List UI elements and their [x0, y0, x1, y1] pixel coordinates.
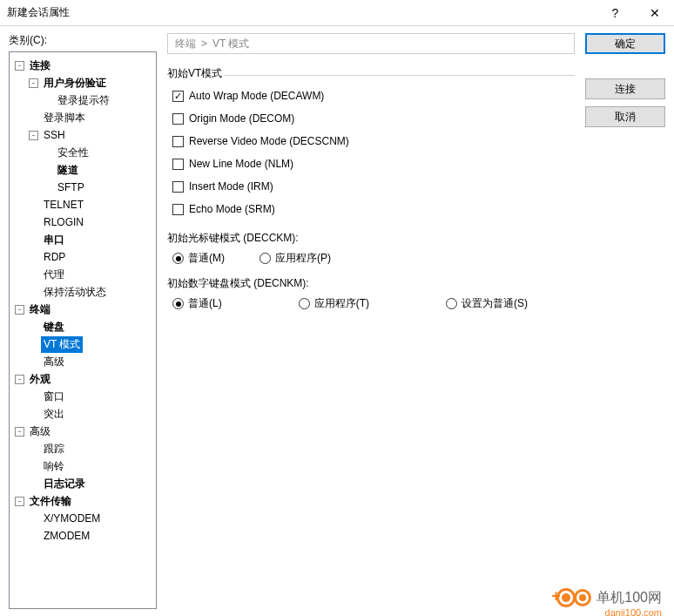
tree-item[interactable]: -用户身份验证	[11, 74, 154, 91]
tree-item-label[interactable]: 连接	[27, 58, 53, 74]
checkbox-row[interactable]: Auto Wrap Mode (DECAWM)	[167, 85, 575, 107]
tree-item-label[interactable]: 登录脚本	[41, 110, 88, 126]
collapse-icon[interactable]: -	[29, 131, 38, 140]
radio-option[interactable]: 设置为普通(S)	[446, 296, 528, 311]
tree-item[interactable]: -SSH	[11, 126, 154, 144]
tree-item-label[interactable]: 响铃	[41, 458, 67, 475]
tree-item[interactable]: -键盘	[11, 318, 154, 335]
tree-item-label[interactable]: 登录提示符	[55, 92, 112, 109]
tree-item[interactable]: -串口	[11, 231, 154, 248]
checkbox-row[interactable]: Origin Mode (DECOM)	[167, 107, 575, 130]
tree-item-label[interactable]: 文件传输	[27, 493, 74, 510]
tree-item[interactable]: -X/YMODEM	[11, 510, 154, 527]
tree-item[interactable]: -隧道	[11, 161, 154, 179]
tree-item[interactable]: -VT 模式	[11, 335, 154, 353]
tree-item[interactable]: -登录提示符	[11, 91, 154, 109]
tree-item-label[interactable]: 高级	[27, 423, 53, 440]
titlebar: 新建会话属性 ? ✕	[0, 0, 674, 26]
radio[interactable]	[172, 253, 184, 264]
tree-item-label[interactable]: VT 模式	[41, 336, 83, 353]
tree-item-label[interactable]: 外观	[27, 371, 53, 388]
tree-item-label[interactable]: 隧道	[55, 162, 81, 179]
collapse-icon[interactable]: -	[15, 497, 24, 506]
tree-item[interactable]: -登录脚本	[11, 109, 154, 126]
radio[interactable]	[172, 298, 184, 309]
tree-item-label[interactable]: 串口	[41, 232, 67, 248]
tree-item[interactable]: -TELNET	[11, 196, 154, 213]
tree-item[interactable]: -响铃	[11, 457, 154, 475]
collapse-icon[interactable]: -	[15, 375, 24, 384]
radio-option[interactable]: 应用程序(P)	[259, 251, 331, 266]
connect-button[interactable]: 连接	[585, 78, 665, 99]
tree-item-label[interactable]: 窗口	[41, 389, 67, 405]
tree-item-label[interactable]: X/YMODEM	[41, 511, 103, 525]
tree-item-label[interactable]: 突出	[41, 406, 67, 423]
tree-item[interactable]: -代理	[11, 266, 154, 283]
collapse-icon[interactable]: -	[15, 61, 24, 71]
checkbox-row[interactable]: Echo Mode (SRM)	[167, 198, 575, 220]
tree-item[interactable]: -RLOGIN	[11, 213, 154, 231]
tree-item[interactable]: -日志记录	[11, 475, 154, 492]
tree-item[interactable]: -高级	[11, 423, 154, 440]
fieldset-title: 初始VT模式	[167, 66, 575, 81]
category-label: 类别(C):	[9, 33, 157, 48]
collapse-icon[interactable]: -	[15, 427, 24, 437]
tree-item[interactable]: -安全性	[11, 144, 154, 161]
tree-item-label[interactable]: 代理	[41, 267, 67, 283]
tree-item-label[interactable]: SSH	[41, 128, 68, 142]
tree-item[interactable]: -跟踪	[11, 440, 154, 457]
tree-item[interactable]: -ZMODEM	[11, 527, 154, 545]
tree-item-label[interactable]: 保持活动状态	[41, 284, 109, 301]
checkbox[interactable]	[172, 113, 184, 125]
tree-item-label[interactable]: 用户身份验证	[41, 75, 109, 91]
checkbox[interactable]	[172, 204, 184, 215]
tree-item[interactable]: -终端	[11, 301, 154, 318]
checkbox[interactable]	[172, 136, 184, 147]
checkbox-label: Origin Mode (DECOM)	[189, 112, 294, 125]
keypad-mode-label: 初始数字键盘模式 (DECNKM):	[167, 276, 575, 291]
tree-item-label[interactable]: RLOGIN	[41, 215, 86, 229]
checkbox-row[interactable]: New Line Mode (NLM)	[167, 152, 575, 175]
watermark-icon	[574, 589, 591, 606]
tree-item[interactable]: -文件传输	[11, 492, 154, 510]
radio-option[interactable]: 应用程序(T)	[299, 296, 369, 311]
collapse-icon[interactable]: -	[29, 78, 38, 88]
tree-item-label[interactable]: RDP	[41, 250, 68, 264]
tree-item-label[interactable]: ZMODEM	[41, 529, 92, 543]
checkbox-row[interactable]: Reverse Video Mode (DECSCNM)	[167, 130, 575, 152]
collapse-icon[interactable]: -	[15, 305, 24, 315]
tree-item-label[interactable]: TELNET	[41, 198, 86, 212]
help-button[interactable]: ?	[596, 0, 635, 26]
breadcrumb-part2: VT 模式	[212, 37, 249, 51]
tree-item[interactable]: -外观	[11, 370, 154, 388]
tree-item[interactable]: -高级	[11, 353, 154, 370]
category-tree[interactable]: -连接-用户身份验证-登录提示符-登录脚本-SSH-安全性-隧道-SFTP-TE…	[9, 51, 157, 609]
tree-item-label[interactable]: 高级	[41, 354, 67, 370]
cancel-button[interactable]: 取消	[585, 106, 665, 127]
radio[interactable]	[446, 298, 457, 309]
tree-item-label[interactable]: 安全性	[55, 145, 91, 161]
tree-item[interactable]: -SFTP	[11, 179, 154, 196]
tree-item-label[interactable]: 跟踪	[41, 441, 67, 457]
radio[interactable]	[259, 253, 271, 264]
tree-item-label[interactable]: SFTP	[55, 180, 87, 194]
tree-item-label[interactable]: 键盘	[41, 319, 67, 335]
checkbox[interactable]	[172, 91, 184, 102]
checkbox[interactable]	[172, 159, 184, 170]
checkbox-label: New Line Mode (NLM)	[189, 158, 293, 170]
close-button[interactable]: ✕	[635, 0, 674, 26]
tree-item-label[interactable]: 终端	[27, 301, 53, 318]
tree-item[interactable]: -保持活动状态	[11, 283, 154, 301]
tree-item[interactable]: -连接	[11, 57, 154, 74]
tree-item[interactable]: -窗口	[11, 388, 154, 405]
radio-option[interactable]: 普通(M)	[172, 251, 225, 266]
window-title: 新建会话属性	[7, 5, 596, 20]
checkbox[interactable]	[172, 181, 184, 193]
radio-option[interactable]: 普通(L)	[172, 296, 222, 311]
tree-item[interactable]: -RDP	[11, 248, 154, 266]
tree-item-label[interactable]: 日志记录	[41, 476, 88, 492]
ok-button[interactable]: 确定	[585, 33, 665, 54]
checkbox-row[interactable]: Insert Mode (IRM)	[167, 175, 575, 198]
radio[interactable]	[299, 298, 310, 309]
tree-item[interactable]: -突出	[11, 405, 154, 423]
